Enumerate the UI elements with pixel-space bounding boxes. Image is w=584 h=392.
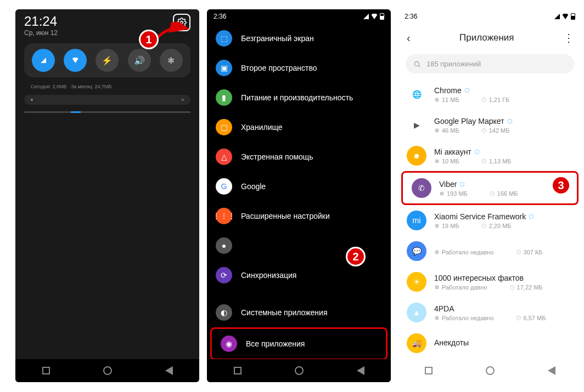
app-row-5[interactable]: 💬Работало недавно307 КБ (398, 236, 582, 266)
app-stats: 11 МБ1,21 ГБ (434, 96, 573, 103)
settings-icon: ▮ (216, 89, 232, 106)
app-name: Анекдоты (434, 338, 573, 347)
app-row-6[interactable]: ☀1000 интересных фактовРаботало давно17,… (398, 266, 582, 297)
phone-apps: 2:36 ‹ Приложения ⋮ 185 приложений 🌐Chro… (398, 9, 582, 382)
nav-back[interactable] (165, 366, 173, 375)
settings-item-9[interactable]: ◐Системные приложения (207, 298, 391, 327)
app-stats: 19 МБ2,20 МБ (434, 223, 573, 229)
app-icon: ✆ (412, 178, 431, 198)
settings-list[interactable]: ⬚Безграничный экран▣Второе пространство▮… (207, 24, 391, 382)
settings-item-5[interactable]: GGoogle (207, 172, 391, 201)
app-icon: mi (407, 211, 426, 230)
app-header: ‹ Приложения ⋮ (398, 24, 582, 52)
status-time: 2:36 (214, 13, 226, 20)
app-stats: Работало давно17,22 МБ (434, 284, 573, 291)
status-bar: 2:36 (207, 9, 391, 24)
app-name: Mi аккаунт (434, 147, 573, 156)
app-name: Chrome (434, 86, 573, 95)
app-row-1[interactable]: ▶Google Play Маркет46 МБ142 МБ (398, 110, 582, 140)
app-icon: ☻ (407, 146, 426, 166)
mobile-data-tile[interactable] (32, 49, 55, 72)
settings-item-8[interactable]: ⟳Синхронизация (207, 260, 391, 290)
settings-icon: ● (216, 237, 232, 254)
status-bar: 2:36 (398, 9, 582, 24)
qs-time: 21:24 (24, 14, 58, 29)
nav-back[interactable] (357, 366, 364, 375)
back-icon[interactable]: ‹ (407, 32, 411, 44)
search-input[interactable]: 185 приложений (406, 54, 574, 73)
svg-rect-12 (435, 224, 439, 228)
brightness-slider-row[interactable] (24, 95, 190, 105)
settings-item-3[interactable]: ▢Хранилище (207, 112, 391, 142)
settings-icon: ▢ (216, 119, 232, 135)
step-badge-2: 2 (346, 247, 366, 266)
settings-icon: ⋮⋮⋮ (216, 208, 232, 224)
nav-bar (15, 359, 199, 382)
menu-icon[interactable]: ⋮ (563, 31, 573, 44)
settings-label: Второе пространство (241, 64, 317, 72)
app-row-2[interactable]: ☻Mi аккаунт10 МБ1,13 МБ (398, 140, 582, 171)
settings-icon: ⟳ (216, 267, 232, 283)
app-stats: 193 МБ166 МБ (439, 190, 568, 197)
settings-icon: G (216, 178, 232, 195)
settings-item-6[interactable]: ⋮⋮⋮Расширенные настройки (207, 201, 391, 231)
nav-back[interactable] (548, 366, 555, 375)
settings-label: Хранилище (241, 123, 283, 132)
data-usage: Сегодня: 2,0МБ За месяц: 24,7МБ (24, 82, 190, 92)
app-row-8[interactable]: 🚚Анекдоты (398, 328, 582, 359)
wifi-tile[interactable] (64, 49, 87, 72)
settings-icon: △ (216, 149, 232, 165)
svg-rect-18 (435, 316, 439, 320)
flashlight-tile[interactable]: ⚡ (96, 49, 119, 72)
settings-label: Синхронизация (241, 271, 296, 280)
settings-item-1[interactable]: ▣Второе пространство (207, 53, 391, 83)
app-stats: Работало недавно6,57 МБ (434, 315, 573, 321)
app-icon: ☀ (407, 272, 426, 292)
bluetooth-tile[interactable]: ✱ (160, 49, 183, 72)
app-icon: 🌐 (407, 84, 426, 104)
app-name: Xiaomi Service Framework (434, 212, 573, 221)
app-name: 1000 интересных фактов (434, 274, 573, 282)
app-icon: ▲ (407, 303, 426, 322)
app-stats: 10 МБ1,13 МБ (434, 158, 573, 164)
svg-rect-14 (435, 250, 439, 254)
app-stats: Работало недавно307 КБ (434, 249, 573, 255)
svg-point-1 (31, 99, 33, 101)
qs-date: Ср, июн 12 (24, 29, 58, 37)
quick-tiles: ⚡ 🔊 ✱ (24, 43, 190, 77)
nav-home[interactable] (486, 366, 495, 375)
svg-rect-4 (435, 98, 439, 101)
phone-quicksettings: 21:24 Ср, июн 12 ⚡ 🔊 ✱ Сегодня: 2,0МБ За… (15, 9, 199, 382)
app-icon: 💬 (407, 241, 426, 261)
brightness-slider[interactable] (24, 111, 190, 113)
settings-label: Все приложения (246, 339, 305, 348)
app-row-4[interactable]: miXiaomi Service Framework19 МБ2,20 МБ (398, 205, 582, 236)
sound-tile[interactable]: 🔊 (128, 49, 151, 72)
nav-recent[interactable] (42, 367, 50, 374)
app-name: 4PDA (434, 304, 573, 313)
settings-label: Системные приложения (241, 308, 328, 317)
svg-rect-6 (435, 128, 439, 132)
nav-recent[interactable] (425, 367, 433, 374)
brightness-low-icon (29, 96, 35, 103)
settings-item-0[interactable]: ⬚Безграничный экран (207, 24, 391, 53)
settings-label: Питание и производительность (241, 93, 353, 102)
app-icon: 🚚 (407, 333, 426, 353)
search-icon (413, 60, 421, 68)
nav-home[interactable] (295, 366, 304, 375)
app-name: Google Play Маркет (434, 117, 573, 126)
app-icon: ▶ (407, 115, 426, 135)
nav-home[interactable] (103, 366, 112, 375)
settings-item-10[interactable]: ◉Все приложения (210, 327, 388, 360)
settings-item-2[interactable]: ▮Питание и производительность (207, 83, 391, 112)
app-row-0[interactable]: 🌐Chrome11 МБ1,21 ГБ (398, 79, 582, 110)
page-title: Приложения (422, 32, 552, 43)
settings-item-4[interactable]: △Экстренная помощь (207, 142, 391, 172)
nav-recent[interactable] (234, 367, 242, 374)
apps-list[interactable]: 🌐Chrome11 МБ1,21 ГБ▶Google Play Маркет46… (398, 79, 582, 359)
svg-rect-10 (440, 191, 444, 195)
app-name: Viber (439, 180, 568, 189)
step-badge-3: 3 (551, 175, 571, 195)
app-row-7[interactable]: ▲4PDAРаботало недавно6,57 МБ (398, 297, 582, 328)
svg-point-3 (414, 61, 419, 66)
